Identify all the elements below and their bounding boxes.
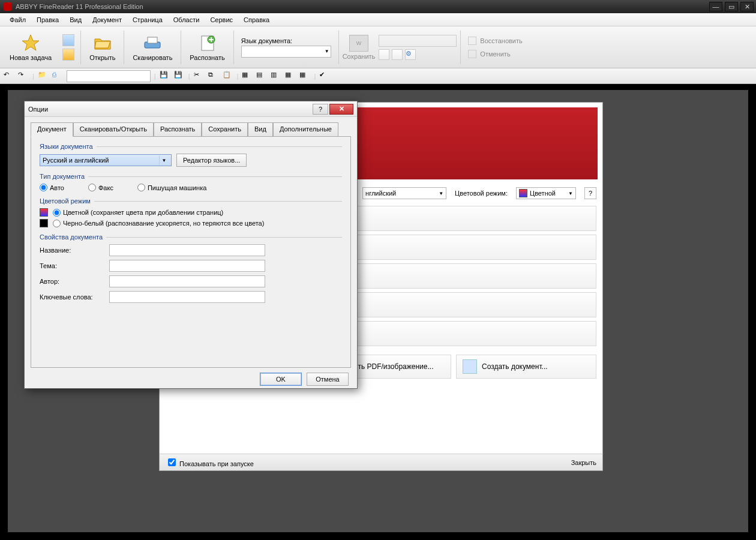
menu-file[interactable]: Файл [5,15,31,25]
grid-icon[interactable]: ▦ [299,71,310,82]
input-name[interactable] [109,244,265,256]
redo-icon [468,37,476,45]
undo-label: Отменить [480,50,510,58]
recognize-icon [198,34,217,53]
table-area-icon[interactable]: ▥ [271,71,281,82]
star-icon [21,34,40,53]
menu-help[interactable]: Справка [239,15,274,25]
ok-button[interactable]: OK [260,373,302,386]
new-doc-icon[interactable] [62,34,74,46]
menu-areas[interactable]: Области [169,15,205,25]
radio-color[interactable]: Цветной (сохраняет цвета при добавлении … [53,209,223,217]
save-image-icon[interactable] [392,49,403,60]
barcode-area-icon[interactable]: ▦ [285,71,296,82]
scanner-icon [143,34,162,53]
input-keywords[interactable] [109,291,265,303]
tab-content: Языки документа Русский и английский▼ Ре… [31,136,351,368]
word-icon: W [349,35,368,52]
start-colormode-dropdown[interactable]: Цветной▼ [516,187,576,199]
cancel-button[interactable]: Отмена [307,373,349,386]
start-language-value: нглийский [365,190,396,197]
group-colormode: Цветовой режим [40,197,342,205]
undo-small-icon[interactable]: ↶ [4,71,14,82]
open-folder-tiny-icon[interactable]: 📁 [38,71,49,82]
dialog-title: Опции [28,106,48,113]
language-select[interactable]: Русский и английский▼ [40,154,172,166]
color-swatch-icon [519,189,527,197]
tab-scan-open[interactable]: Сканировать/Открыть [73,122,154,137]
restore-label: Восстановить [480,37,522,44]
menu-document[interactable]: Документ [88,15,127,25]
tab-advanced[interactable]: Дополнительные [273,122,338,137]
save-all-icon[interactable]: 💾 [174,71,185,82]
save-format-dropdown[interactable] [379,35,457,47]
text-area-icon[interactable]: ▤ [256,71,267,82]
new-task-button[interactable]: Новая задача [5,29,56,65]
radio-fax-label: Факс [98,184,113,191]
bottom-create-label: Создать документ... [482,362,548,371]
tab-save[interactable]: Сохранить [202,122,248,137]
minimize-button[interactable]: — [709,2,722,11]
start-language-dropdown[interactable]: нглийский▼ [362,187,446,199]
svg-marker-0 [22,35,39,50]
dialog-close-button[interactable]: ✕ [329,104,353,115]
page-dropdown[interactable] [67,70,151,82]
input-author[interactable] [109,275,265,287]
image-area-icon[interactable]: ▦ [242,71,253,82]
svg-rect-2 [148,37,157,43]
close-button[interactable]: ✕ [740,2,754,11]
start-close-button[interactable]: Закрыть [571,459,596,466]
radio-typewriter-label: Пишущая машинка [148,184,206,191]
radio-bw[interactable]: Черно-белый (распознавание ускоряется, н… [53,220,264,227]
copy-icon[interactable]: ⧉ [208,71,219,82]
scan-button[interactable]: Сканировать [128,29,177,65]
settings-small-icon[interactable]: ⚙ [405,49,416,60]
language-select-value: Русский и английский [43,157,109,164]
bottom-create-button[interactable]: Создать документ... [456,355,596,379]
scan-tiny-icon[interactable]: ⎙ [52,71,63,82]
tab-recognize[interactable]: Распознать [154,122,202,137]
new-document-icon [463,359,477,374]
radio-color-label: Цветной (сохраняет цвета при добавлении … [63,209,223,216]
bw-icon [40,219,48,227]
recognize-label: Распознать [190,54,224,61]
menu-page[interactable]: Страница [128,15,167,25]
tab-view[interactable]: Вид [248,122,273,137]
radio-typewriter[interactable]: Пишущая машинка [137,184,206,191]
menu-tools[interactable]: Сервис [205,15,238,25]
open-label: Открыть [89,54,115,61]
secondary-toolbar: ↶ ↷ | 📁 ⎙ | 💾 💾 | ✂ ⧉ 📋 | ▦ ▤ ▥ ▦ ▦ | ✔ [0,68,756,84]
options-dialog: Опции ? ✕ Документ Сканировать/Открыть Р… [24,101,358,389]
doc-language-label: Язык документа: [241,37,331,44]
menubar: Файл Правка Вид Документ Страница Област… [0,13,756,26]
redo-small-icon[interactable]: ↷ [18,71,29,82]
menu-edit[interactable]: Правка [32,15,64,25]
open-folder-small-icon[interactable] [62,49,74,61]
menu-view[interactable]: Вид [65,15,86,25]
doc-language-dropdown[interactable]: ▼ [241,46,331,58]
open-button[interactable]: Открыть [85,29,120,65]
radio-fax[interactable]: Факс [88,184,113,191]
save-button[interactable]: W Сохранить [343,35,376,60]
input-subject[interactable] [109,260,265,272]
dialog-help-button[interactable]: ? [313,104,328,115]
undo-button[interactable]: Отменить [464,49,526,59]
show-on-startup-checkbox[interactable]: Показывать при запуске [166,457,254,468]
color-icon [40,208,48,217]
language-editor-button[interactable]: Редактор языков... [176,154,247,167]
radio-auto[interactable]: Авто [40,184,64,191]
restore-button[interactable]: Восстановить [464,35,526,46]
maximize-button[interactable]: ▭ [725,2,738,11]
scan-label: Сканировать [133,54,172,61]
save-tiny-icon[interactable]: 💾 [160,71,170,82]
send-mail-icon[interactable] [379,49,389,60]
recognize-button[interactable]: Распознать [185,29,229,65]
dialog-tabs: Документ Сканировать/Открыть Распознать … [31,122,351,136]
paste-icon[interactable]: 📋 [223,71,233,82]
cut-icon[interactable]: ✂ [194,71,205,82]
spellcheck-icon[interactable]: ✔ [319,71,330,82]
start-colormode-value: Цветной [530,190,556,197]
new-task-label: Новая задача [10,54,52,61]
start-help-button[interactable]: ? [584,187,596,199]
tab-document[interactable]: Документ [31,122,73,137]
